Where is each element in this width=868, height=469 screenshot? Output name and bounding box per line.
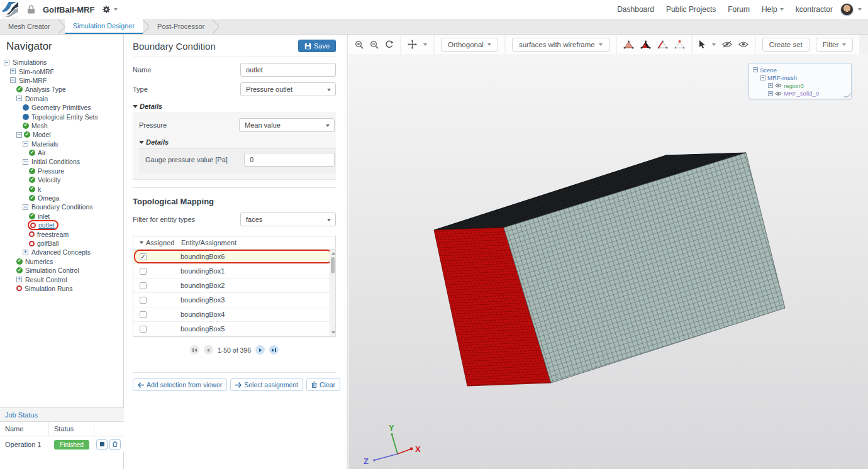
tree-item-outlet[interactable]: outlet <box>38 221 55 229</box>
assignment-row[interactable]: boundingBox5 <box>133 322 335 336</box>
details-toggle[interactable]: Details <box>133 102 336 110</box>
project-settings-menu[interactable] <box>102 5 118 14</box>
tab-simulation-designer[interactable]: Simulation Designer <box>65 19 143 34</box>
tree-item-numerics[interactable]: Numerics <box>25 258 53 265</box>
projection-mode-button[interactable]: Orthogonal <box>441 38 498 52</box>
tree-item-initial-conditions[interactable]: Initial Conditions <box>31 158 80 165</box>
collapse-icon[interactable]: − <box>23 159 28 165</box>
assigned-checkbox[interactable] <box>140 268 147 275</box>
tree-item-pressure[interactable]: Pressure <box>38 167 64 175</box>
assignment-row[interactable]: boundingBox1 <box>133 264 335 279</box>
tree-item-velocity[interactable]: Velocity <box>38 176 60 184</box>
expand-icon[interactable]: + <box>768 91 773 96</box>
tree-item-omega[interactable]: Omega <box>38 194 59 202</box>
pan-move-icon[interactable] <box>408 40 417 49</box>
tree-item-simulation-control[interactable]: Simulation Control <box>25 267 79 274</box>
tree-item-inlet[interactable]: inlet <box>38 212 50 220</box>
last-page-button[interactable] <box>269 345 279 355</box>
assigned-checkbox[interactable] <box>140 282 147 289</box>
mesh-3d-view[interactable]: Y X Z <box>348 54 868 469</box>
first-page-button[interactable] <box>190 345 199 355</box>
assigned-checkbox-checked[interactable]: ✓ <box>140 253 147 260</box>
type-select[interactable]: Pressure outlet <box>240 82 336 96</box>
expand-icon[interactable]: + <box>768 83 773 88</box>
gauge-pressure-input[interactable]: 0 <box>244 153 335 167</box>
chevron-down-icon[interactable] <box>712 43 716 46</box>
inner-details-toggle[interactable]: Details <box>139 138 336 146</box>
username-label[interactable]: kcontractor <box>796 5 833 14</box>
show-all-icon[interactable] <box>738 41 748 48</box>
header-nav-help[interactable]: Help <box>762 5 784 14</box>
tree-item-air[interactable]: Air <box>38 149 46 157</box>
hide-selection-icon[interactable] <box>722 41 732 48</box>
tree-item-mesh[interactable]: Mesh <box>31 122 48 130</box>
tree-item-result-control[interactable]: Result Control <box>25 276 67 284</box>
prev-page-button[interactable] <box>204 345 213 355</box>
tree-item-freestream[interactable]: freestream <box>37 231 69 238</box>
header-nav-dashboard[interactable]: Dashboard <box>617 5 654 14</box>
entity-column-header[interactable]: Entity/Assignment <box>181 239 236 246</box>
scene-item-mrf-solid-0[interactable]: MRF_solid_0 <box>784 90 819 97</box>
select-edges-icon[interactable] <box>657 40 668 49</box>
select-assignment-button[interactable]: Select assignment <box>230 378 303 391</box>
filter-button[interactable]: Filter <box>816 38 854 52</box>
tree-item-topological-entity-sets[interactable]: Topological Entity Sets <box>31 113 98 121</box>
tab-mesh-creator[interactable]: Mesh Creator <box>0 19 58 34</box>
tree-item-geometry-primitives[interactable]: Geometry Primitives <box>31 104 91 111</box>
tree-item-domain[interactable]: Domain <box>25 95 48 102</box>
tree-item-sim-mrf[interactable]: Sim-MRF <box>19 77 47 84</box>
assigned-column-header[interactable]: Assigned <box>133 239 181 246</box>
visibility-eye-icon[interactable] <box>775 91 782 96</box>
tree-item-golfball[interactable]: golfBall <box>37 240 58 247</box>
select-nodes-icon[interactable] <box>674 40 685 49</box>
cursor-select-icon[interactable] <box>699 40 706 49</box>
assignment-row[interactable]: boundingBox3 <box>133 293 335 307</box>
add-selection-from-viewer-button[interactable]: Add selection from viewer <box>133 378 227 391</box>
tree-item-simulation-runs[interactable]: Simulation Runs <box>25 285 72 292</box>
next-page-button[interactable] <box>255 345 265 355</box>
select-volumes-icon[interactable] <box>623 40 634 49</box>
clear-button[interactable]: Clear <box>306 378 340 391</box>
chevron-down-icon[interactable] <box>423 43 427 46</box>
assigned-checkbox[interactable] <box>140 326 147 333</box>
scene-item-mrf-mesh[interactable]: MRF-mesh <box>767 74 797 81</box>
tree-item-boundary-conditions[interactable]: Boundary Conditions <box>31 203 92 211</box>
select-faces-icon[interactable] <box>640 40 651 49</box>
collapse-icon[interactable]: − <box>16 132 22 138</box>
render-mode-button[interactable]: surfaces with wireframe <box>512 38 609 52</box>
header-nav-forum[interactable]: Forum <box>728 5 750 14</box>
assigned-checkbox[interactable] <box>140 297 147 304</box>
collapse-icon[interactable]: − <box>16 96 22 101</box>
reset-view-icon[interactable] <box>385 40 394 49</box>
assigned-checkbox[interactable] <box>140 311 147 318</box>
assignment-row[interactable]: boundingBox4 <box>133 307 335 322</box>
simscale-logo-icon[interactable] <box>3 2 18 18</box>
tab-post-processor[interactable]: Post-Processor <box>149 19 213 34</box>
tree-item-k[interactable]: k <box>38 185 41 193</box>
collapse-icon[interactable]: − <box>753 67 758 72</box>
scene-item-region0[interactable]: region0 <box>784 82 804 89</box>
zoom-in-icon[interactable] <box>355 40 364 49</box>
viewer-canvas[interactable]: Y X Z −Scene−MRF-mesh+region0+MRF_solid_… <box>348 54 868 469</box>
expand-icon[interactable]: + <box>16 277 22 282</box>
collapse-icon[interactable]: − <box>760 75 765 80</box>
collapse-icon[interactable]: − <box>10 77 16 83</box>
collapse-icon[interactable]: − <box>23 204 28 210</box>
save-button[interactable]: Save <box>298 40 336 52</box>
tree-item-analysis-type[interactable]: Analysis Type <box>25 86 66 93</box>
entity-filter-select[interactable]: faces <box>240 212 336 226</box>
stop-job-button[interactable] <box>96 439 108 450</box>
collapse-icon[interactable]: − <box>4 60 9 65</box>
assignment-row[interactable]: ✓boundingBox6 <box>133 250 335 264</box>
name-input[interactable]: outlet <box>240 63 336 77</box>
delete-job-button[interactable] <box>109 439 121 450</box>
collapse-icon[interactable]: − <box>23 141 28 146</box>
tree-item-model[interactable]: Model <box>33 131 51 138</box>
table-scrollbar[interactable] <box>330 250 335 336</box>
panel-scrollbar[interactable] <box>345 35 348 469</box>
expand-icon[interactable]: + <box>23 250 28 255</box>
scene-item-scene[interactable]: Scene <box>760 67 777 74</box>
tree-item-sim-nomrf[interactable]: Sim-noMRF <box>19 68 54 75</box>
create-set-button[interactable]: Create set <box>762 38 810 52</box>
tree-item-advanced-concepts[interactable]: Advanced Concepts <box>31 248 91 256</box>
